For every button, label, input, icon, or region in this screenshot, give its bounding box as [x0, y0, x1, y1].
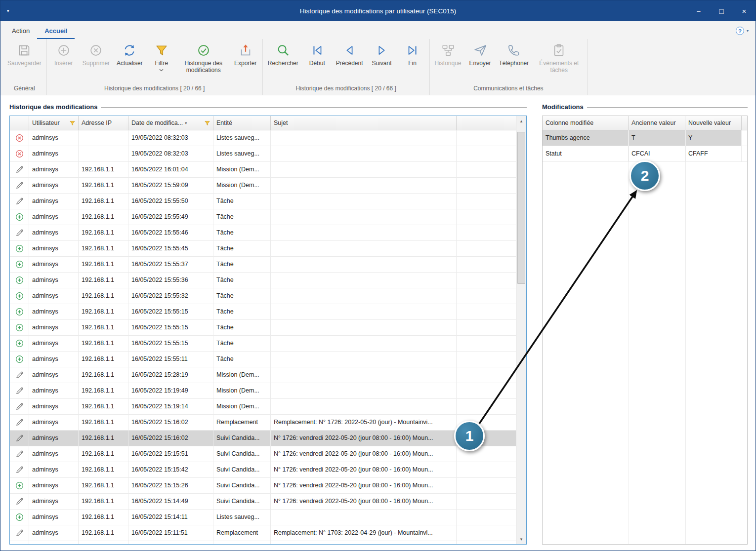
- cell-date: 16/05/2022 15:28:19: [128, 367, 213, 383]
- history-table-row[interactable]: adminsys192.168.1.116/05/2022 15:15:26Su…: [10, 478, 516, 494]
- ribbon-button-label: Précédent: [336, 60, 363, 67]
- nav-prev-icon: [342, 43, 357, 58]
- history-table-row[interactable]: adminsys192.168.1.116/05/2022 15:55:46Tâ…: [10, 225, 516, 241]
- history-table-row[interactable]: adminsys192.168.1.116/05/2022 15:16:02Re…: [10, 415, 516, 431]
- telephoner-button[interactable]: Téléphoner: [496, 41, 533, 69]
- suivant-button[interactable]: Suivant: [367, 41, 397, 69]
- history-table-row[interactable]: adminsys192.168.1.116/05/2022 15:55:11Tâ…: [10, 352, 516, 367]
- history-table-row[interactable]: adminsys192.168.1.116/05/2022 15:19:49Mi…: [10, 383, 516, 399]
- cell-user: adminsys: [29, 146, 79, 161]
- cell-date: 16/05/2022 16:01:04: [128, 162, 213, 177]
- column-header-entity[interactable]: Entité: [213, 116, 271, 130]
- history-table-row[interactable]: adminsys192.168.1.116/05/2022 15:28:19Mi…: [10, 367, 516, 383]
- column-header-user[interactable]: Utilisateur: [29, 116, 79, 130]
- edit-pencil-icon: [10, 541, 29, 544]
- filter-funnel-icon[interactable]: [69, 120, 76, 126]
- filter-funnel-icon[interactable]: [204, 120, 210, 126]
- app-icon[interactable]: ▾: [7, 8, 9, 13]
- cell-subject: [271, 399, 457, 414]
- chevron-down-icon[interactable]: ▾: [747, 29, 749, 33]
- precedent-button[interactable]: Précédent: [333, 41, 367, 69]
- filtre-button[interactable]: Filtre: [146, 41, 177, 73]
- scroll-down-button[interactable]: ▾: [516, 534, 526, 544]
- history-table-row[interactable]: adminsys192.168.1.116/05/2022 15:11:51Su…: [10, 541, 516, 544]
- history-table-row[interactable]: adminsys192.168.1.116/05/2022 15:55:45Tâ…: [10, 241, 516, 257]
- column-header-ip[interactable]: Adresse IP: [79, 116, 128, 130]
- tab-accueil[interactable]: Accueil: [37, 23, 75, 39]
- actualiser-button[interactable]: Actualiser: [113, 41, 146, 69]
- history-table-row[interactable]: adminsys192.168.1.116/05/2022 15:55:32Tâ…: [10, 288, 516, 304]
- scroll-track[interactable]: [516, 126, 526, 534]
- column-header-column[interactable]: Colonne modifiée: [543, 116, 629, 130]
- cell-filler: [742, 130, 747, 146]
- cell-filler: [457, 383, 516, 398]
- history-table-row[interactable]: adminsys192.168.1.116/05/2022 15:14:11Li…: [10, 510, 516, 525]
- cell-ip: 192.168.1.1: [79, 462, 128, 477]
- historique-des-modifications-button[interactable]: Historique des modifications: [177, 41, 230, 76]
- nav-first-icon: [310, 43, 325, 58]
- history-table-row[interactable]: adminsys19/05/2022 08:32:03Listes sauveg…: [10, 146, 516, 162]
- cell-user: adminsys: [29, 446, 79, 462]
- history-table-row[interactable]: adminsys192.168.1.116/05/2022 15:14:49Su…: [10, 494, 516, 510]
- fin-button[interactable]: Fin: [397, 41, 428, 69]
- history-table-row[interactable]: adminsys192.168.1.116/05/2022 15:55:36Tâ…: [10, 273, 516, 288]
- cell-user: adminsys: [29, 383, 79, 398]
- column-header-subject[interactable]: Sujet: [271, 116, 457, 130]
- tab-action[interactable]: Action: [4, 23, 37, 39]
- history-table-row[interactable]: adminsys192.168.1.116/05/2022 15:11:51Re…: [10, 525, 516, 541]
- history-table-row[interactable]: adminsys192.168.1.116/05/2022 15:15:51Su…: [10, 446, 516, 462]
- cell-date: 16/05/2022 15:14:11: [128, 510, 213, 525]
- ribbon-group: InsérerSupprimerActualiserFiltreHistoriq…: [47, 39, 263, 95]
- debut-button[interactable]: Début: [302, 41, 333, 69]
- cell-user: adminsys: [29, 320, 79, 335]
- exporter-button[interactable]: Exporter: [230, 41, 261, 69]
- title-bar: ▾ Historique des modifications par utili…: [0, 0, 756, 21]
- ribbon-group-label: Général: [4, 83, 45, 95]
- scroll-thumb[interactable]: [517, 132, 525, 284]
- help-icon[interactable]: ?: [736, 27, 744, 35]
- history-table-row[interactable]: adminsys192.168.1.116/05/2022 15:16:02Su…: [10, 431, 516, 446]
- history-table-row[interactable]: adminsys192.168.1.116/05/2022 15:15:42Su…: [10, 462, 516, 478]
- cell-entity: Remplacement: [213, 415, 271, 430]
- history-table-row[interactable]: adminsys192.168.1.116/05/2022 15:19:14Mi…: [10, 399, 516, 415]
- cell-ip: [79, 146, 128, 161]
- ribbon-group-buttons: RechercherDébutPrécédentSuivantFin: [264, 39, 428, 83]
- cell-filler: [457, 320, 516, 335]
- column-header-date[interactable]: Date de modifica...▾: [128, 116, 213, 130]
- history-table-row[interactable]: adminsys192.168.1.116/05/2022 15:59:09Mi…: [10, 178, 516, 194]
- cell-ip: [79, 130, 128, 146]
- cell-ip: 192.168.1.1: [79, 510, 128, 525]
- minimize-button[interactable]: −: [687, 0, 710, 21]
- modification-row[interactable]: StatutCFCAICFAFF: [543, 146, 747, 162]
- history-table-row[interactable]: adminsys192.168.1.116/05/2022 15:55:49Tâ…: [10, 209, 516, 225]
- history-table-row[interactable]: adminsys192.168.1.116/05/2022 16:01:04Mi…: [10, 162, 516, 178]
- maximize-button[interactable]: □: [710, 0, 733, 21]
- history-table-row[interactable]: adminsys192.168.1.116/05/2022 15:55:37Tâ…: [10, 257, 516, 273]
- column-header-new[interactable]: Nouvelle valeur: [685, 116, 742, 130]
- scroll-up-button[interactable]: ▴: [516, 116, 526, 126]
- close-button[interactable]: ×: [733, 0, 756, 21]
- history-table-row[interactable]: adminsys192.168.1.116/05/2022 15:55:50Tâ…: [10, 194, 516, 209]
- ribbon-button-label: Suivant: [372, 60, 391, 67]
- cell-subject: [271, 178, 457, 193]
- cell-entity: Suivi Candida...: [213, 494, 271, 509]
- cell-subject: N° 1726: vendredi 2022-05-20 (jour 08:00…: [271, 446, 457, 462]
- history-table-row[interactable]: adminsys192.168.1.116/05/2022 15:55:15Tâ…: [10, 304, 516, 320]
- envoyer-button[interactable]: Envoyer: [465, 41, 496, 69]
- history-table-row[interactable]: adminsys192.168.1.116/05/2022 15:55:15Tâ…: [10, 320, 516, 336]
- history-table-row[interactable]: adminsys19/05/2022 08:32:03Listes sauveg…: [10, 130, 516, 146]
- vertical-scrollbar[interactable]: ▴ ▾: [516, 116, 526, 544]
- column-header-old[interactable]: Ancienne valeur: [629, 116, 685, 130]
- modification-row[interactable]: Thumbs agenceTY: [543, 130, 747, 146]
- history-table-row[interactable]: adminsys192.168.1.116/05/2022 15:55:15Tâ…: [10, 336, 516, 352]
- cell-date: 16/05/2022 15:14:49: [128, 494, 213, 509]
- column-header-icon[interactable]: [10, 116, 29, 130]
- rechercher-button[interactable]: Rechercher: [264, 41, 302, 69]
- history-table-body: adminsys19/05/2022 08:32:03Listes sauveg…: [10, 130, 516, 544]
- ribbon-tab-row: ActionAccueil ? ▾: [0, 21, 756, 39]
- cell-entity: Tâche: [213, 320, 271, 335]
- sauvegarder-button: Sauvegarder: [4, 41, 45, 69]
- modifications-table-header: Colonne modifiéeAncienne valeurNouvelle …: [543, 116, 747, 130]
- cell-entity: Listes sauveg...: [213, 130, 271, 146]
- cell-date: 16/05/2022 15:16:02: [128, 415, 213, 430]
